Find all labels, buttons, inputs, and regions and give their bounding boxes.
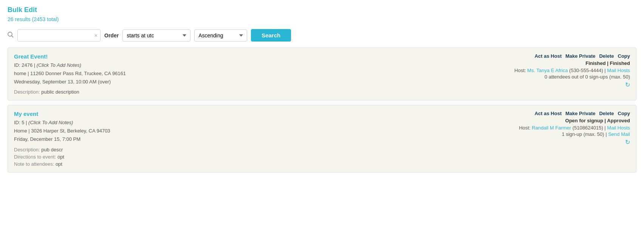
search-input-wrap: ×: [17, 29, 101, 42]
event-left-0: Great Event! ID: 2476 | (Click To Add No…: [14, 53, 502, 95]
action-delete-1[interactable]: Delete: [599, 111, 614, 116]
event-description-1: Description: pub descr: [14, 147, 502, 153]
search-bar: × Order starts at utc ends at utc create…: [8, 29, 636, 42]
event-directions-1: Directions to event: opt: [14, 154, 502, 160]
event-title-1[interactable]: My event: [14, 111, 502, 117]
refresh-icon-1[interactable]: ↻: [502, 139, 630, 146]
send-mail-link-1[interactable]: Send Mail: [608, 131, 630, 137]
direction-select[interactable]: Ascending Descending: [194, 29, 247, 42]
event-notes-0[interactable]: (Click To Add Notes): [37, 62, 81, 68]
host-line-0: Host: Ms. Tanya E Africa (530-555-4444) …: [502, 68, 630, 73]
search-icon: [8, 32, 14, 39]
action-act-as-host-0[interactable]: Act as Host: [534, 53, 562, 59]
event-right-1: Act as HostMake PrivateDeleteCopy Open f…: [502, 111, 630, 146]
action-act-as-host-1[interactable]: Act as Host: [534, 111, 562, 116]
description-value-0: public description: [41, 89, 79, 95]
event-right-0: Act as HostMake PrivateDeleteCopy Finish…: [502, 53, 630, 88]
event-card-1: My event ID: 5 | (Click To Add Notes) Ho…: [8, 105, 636, 172]
description-label-1: Description:: [14, 147, 40, 153]
action-delete-0[interactable]: Delete: [599, 53, 614, 59]
status-line-0: Finished | Finished: [502, 60, 630, 66]
event-left-1: My event ID: 5 | (Click To Add Notes) Ho…: [14, 111, 502, 166]
action-make-private-1[interactable]: Make Private: [565, 111, 596, 116]
search-input[interactable]: [17, 29, 101, 42]
mail-hosts-link-0[interactable]: Mail Hosts: [607, 68, 630, 73]
event-card-0: Great Event! ID: 2476 | (Click To Add No…: [8, 48, 636, 100]
action-make-private-0[interactable]: Make Private: [565, 53, 596, 59]
event-meta-0: ID: 2476 | (Click To Add Notes) home | 1…: [14, 61, 502, 86]
search-button[interactable]: Search: [251, 29, 291, 42]
host-name-1[interactable]: Randall M Farmer: [532, 125, 571, 131]
order-select[interactable]: starts at utc ends at utc created at tit…: [122, 29, 190, 42]
description-label-0: Description:: [14, 89, 40, 95]
attendees-line-1: 1 sign-up (max. 50) | Send Mail: [502, 131, 630, 137]
action-links-1: Act as HostMake PrivateDeleteCopy: [502, 111, 630, 116]
clear-icon[interactable]: ×: [94, 32, 98, 39]
mail-hosts-link-1[interactable]: Mail Hosts: [607, 125, 630, 131]
host-line-1: Host: Randall M Farmer (5108624015) | Ma…: [502, 125, 630, 131]
status-line-1: Open for signup | Approved: [502, 118, 630, 123]
event-description-0: Description: public description: [14, 89, 502, 95]
svg-line-1: [12, 35, 13, 37]
event-notes-1[interactable]: (Click To Add Notes): [28, 120, 73, 125]
event-meta-1: ID: 5 | (Click To Add Notes) Home | 3026…: [14, 119, 502, 143]
host-name-0[interactable]: Ms. Tanya E Africa: [527, 68, 568, 73]
order-label: Order: [104, 32, 119, 39]
event-note-1: Note to attendees: opt: [14, 161, 502, 167]
action-copy-1[interactable]: Copy: [618, 111, 630, 116]
description-value-1: pub descr: [41, 147, 63, 153]
refresh-icon-0[interactable]: ↻: [502, 81, 630, 88]
action-links-0: Act as HostMake PrivateDeleteCopy: [502, 53, 630, 59]
attendees-line-0: 0 attendees out of 0 sign-ups (max. 50): [502, 74, 630, 80]
results-total: 2453 total: [34, 16, 57, 22]
event-title-0[interactable]: Great Event!: [14, 53, 502, 60]
bulk-edit-title[interactable]: Bulk Edit: [8, 6, 636, 14]
results-count: 26 results (2453 total): [8, 16, 636, 22]
action-copy-0[interactable]: Copy: [618, 53, 630, 59]
